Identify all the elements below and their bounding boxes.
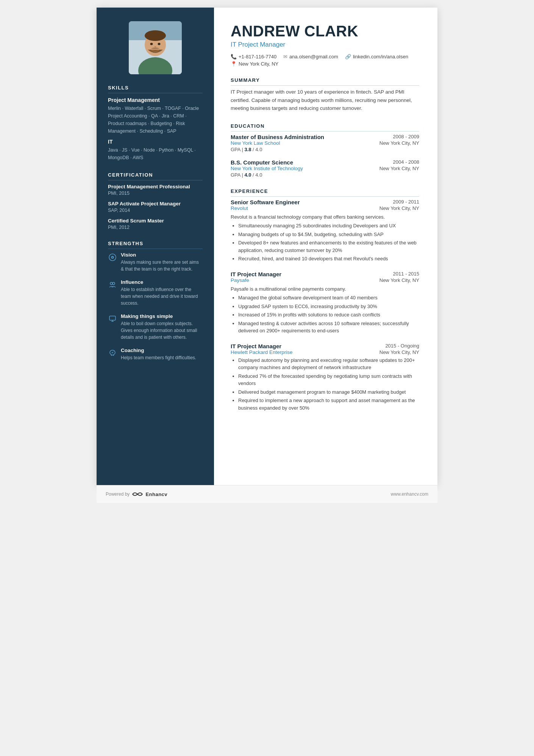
exp-header-3: IT Project Manager 2015 - Ongoing [231,343,419,349]
exp-location-1: New York City, NY [379,205,419,211]
edu-location-1: New York City, NY [379,140,419,146]
exp-bullet-3-1: Displayed autonomy by planning and execu… [238,357,419,371]
exp-company-3: Hewlett Packard Enterprise [231,349,293,355]
skills-title: SKILLS [108,85,203,93]
edu-header-1: Master of Business Administration 2008 -… [231,134,419,140]
footer: Powered by Enhancv www.enhancv.com [97,485,437,503]
vision-icon [108,253,117,262]
cert-item-2: SAP Activate Project Manager SAP, 2014 [108,200,203,213]
summary-title: SUMMARY [231,77,419,86]
exp-role-2: IT Project Manager [231,271,281,277]
footer-left: Powered by Enhancv [106,491,167,498]
candidate-name: ANDREW CLARK [231,23,419,39]
exp-bullet-2-4: Managed testing & cutover activities acr… [238,320,419,335]
cert-sub-1: PMI, 2015 [108,191,203,196]
education-section: EDUCATION Master of Business Administrat… [231,123,419,178]
strength-vision: Vision Always making sure there are set … [108,252,203,272]
edu-school-1: New York Law School [231,140,280,146]
email-icon: ✉ [283,54,287,59]
edu-degree-1: Master of Business Administration [231,134,324,140]
summary-text: IT Project manager with over 10 years of… [231,88,419,113]
exp-bullet-1-3: Developed 8+ new features and enhancemen… [238,239,419,254]
exp-bullets-2: Managed the global software development … [231,294,419,335]
email-item: ✉ ana.olsen@gmail.com [283,54,338,59]
edu-degree-2: B.S. Computer Science [231,159,293,166]
experience-section: EXPERIENCE Senior Software Engineer 2009… [231,188,419,412]
skills-section: SKILLS Project Management Merlin · Water… [108,85,203,161]
pm-skills: Merlin · Waterfall · Scrum · TOGAF · Ora… [108,105,203,135]
exp-bullet-1-1: Simultaneously managing 25 subordinates … [238,222,419,230]
footer-website: www.enhancv.com [391,491,428,497]
linkedin-icon: 🔗 [345,54,351,59]
exp-role-3: IT Project Manager [231,343,281,349]
exp-bullet-1-4: Recruited, hired, and trained 10 develop… [238,255,419,263]
it-skills: Java · JS · Vue · Node · Python · MySQL … [108,146,203,161]
influence-icon [108,280,117,289]
cert-sub-3: PMI, 2012 [108,225,203,230]
education-title: EDUCATION [231,123,419,131]
job-title: IT Project Manager [231,41,419,49]
edu-gpa-2: GPA | 4.0 / 4.0 [231,172,419,178]
edu-school-row-2: New York Instiute of Technology New York… [231,166,419,171]
location-row: 📍 New York City, NY [231,61,419,67]
avatar-container [97,8,214,85]
edu-year-2: 2004 - 2008 [393,159,419,165]
simple-icon [108,314,117,323]
exp-role-1: Senior Software Engineer [231,199,300,205]
exp-desc-2: Paysafe is a multinational online paymen… [231,285,419,293]
edu-year-1: 2008 - 2009 [393,134,419,139]
pm-skill-title: Project Management [108,97,203,103]
exp-year-3: 2015 - Ongoing [385,343,419,349]
exp-location-3: New York City, NY [379,349,419,355]
exp-bullet-2-1: Managed the global software development … [238,294,419,302]
main-content: ANDREW CLARK IT Project Manager 📞 +1-817… [214,8,437,485]
exp-bullet-3-4: Required to implement a new approach to … [238,397,419,412]
exp-year-1: 2009 - 2011 [393,199,419,205]
edu-item-2: B.S. Computer Science 2004 - 2008 New Yo… [231,159,419,178]
exp-bullet-2-3: Increased of 15% in profits with solutio… [238,311,419,319]
exp-location-2: New York City, NY [379,277,419,283]
strengths-title: STRENGTHS [108,241,203,249]
coaching-icon [108,348,117,357]
edu-school-2: New York Instiute of Technology [231,166,303,171]
edu-location-2: New York City, NY [379,166,419,171]
exp-company-row-1: Revolut New York City, NY [231,205,419,211]
exp-bullet-3-3: Delivered budget management program to m… [238,388,419,396]
exp-bullet-2-2: Upgraded SAP system to ECC6, increasing … [238,303,419,310]
exp-desc-1: Revolut is a financial technology compan… [231,213,419,221]
strength-vision-text: Vision Always making sure there are set … [121,252,203,272]
exp-bullet-1-2: Managing budgets of up to $4.5M, budgeti… [238,231,419,238]
location-icon: 📍 [231,61,237,67]
svg-point-5 [150,43,153,45]
cert-sub-2: SAP, 2014 [108,208,203,213]
it-skill-title: IT [108,139,203,145]
exp-bullets-1: Simultaneously managing 25 subordinates … [231,222,419,263]
exp-bullets-3: Displayed autonomy by planning and execu… [231,357,419,412]
exp-company-row-3: Hewlett Packard Enterprise New York City… [231,349,419,355]
summary-section: SUMMARY IT Project manager with over 10 … [231,77,419,113]
certification-section: CERTIFICATION Project Management Profess… [108,172,203,230]
strength-influence-text: Influence Able to establish influence ov… [121,279,203,307]
svg-point-10 [110,282,112,285]
name-section: ANDREW CLARK IT Project Manager 📞 +1-817… [231,23,419,67]
cert-name-2: SAP Activate Project Manager [108,200,203,208]
exp-company-1: Revolut [231,205,248,211]
svg-point-4 [145,30,166,41]
cert-name-1: Project Management Professional [108,183,203,191]
strength-coaching: Coaching Helps team members fight diffic… [108,347,203,361]
exp-year-2: 2011 - 2015 [393,271,419,277]
exp-header-1: Senior Software Engineer 2009 - 2011 [231,199,419,205]
phone-item: 📞 +1-817-116-7740 [231,54,276,59]
brand-name: Enhancv [145,491,167,497]
sidebar-content: SKILLS Project Management Merlin · Water… [97,85,214,372]
exp-bullet-3-2: Reduced 7% of the forecasted spending by… [238,373,419,387]
exp-company-row-2: Paysafe New York City, NY [231,277,419,283]
svg-point-6 [158,43,161,45]
cert-item-3: Certified Scrum Master PMI, 2012 [108,218,203,230]
edu-gpa-1: GPA | 3.8 / 4.0 [231,147,419,152]
linkedin-text: linkedin.com/in/ana.olsen [353,54,408,59]
edu-item-1: Master of Business Administration 2008 -… [231,134,419,152]
svg-point-11 [112,282,115,285]
strength-influence: Influence Able to establish influence ov… [108,279,203,307]
phone-text: +1-817-116-7740 [239,54,276,59]
